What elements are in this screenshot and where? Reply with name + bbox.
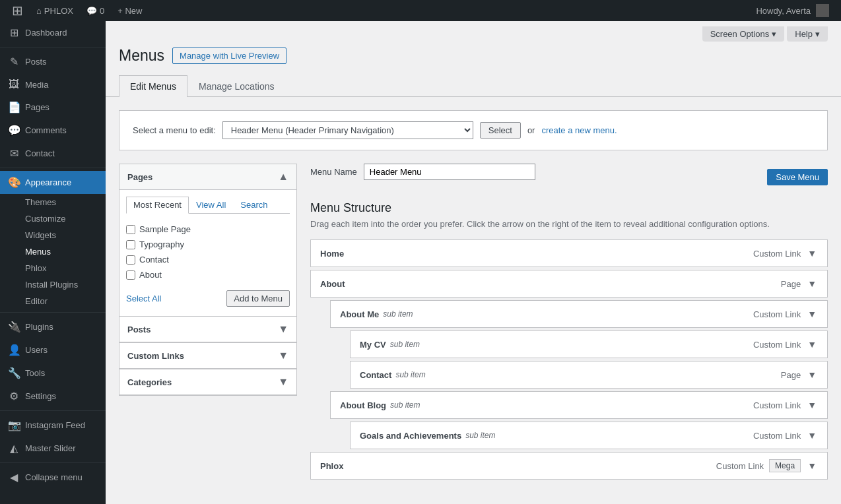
screen-meta-links: Screen Options ▾ Help ▾ xyxy=(106,21,841,42)
typography-checkbox[interactable] xyxy=(126,240,135,249)
save-menu-button[interactable]: Save Menu xyxy=(767,169,828,185)
menu-item-contact[interactable]: Contact sub item Page ▼ xyxy=(350,361,828,389)
sidebar-item-master-slider[interactable]: ◭ Master Slider xyxy=(0,437,106,460)
tab-view-all[interactable]: View All xyxy=(189,197,233,213)
wp-icon: ⊞ xyxy=(12,3,23,18)
pages-list: Sample Page Typography Contact xyxy=(126,219,290,285)
custom-links-chevron-icon: ▼ xyxy=(278,350,288,362)
custom-links-accordion-section: Custom Links ▼ xyxy=(119,343,296,369)
menu-item-about-me[interactable]: About Me sub item Custom Link ▼ xyxy=(330,300,828,328)
menu-name-row: Menu Name xyxy=(310,164,535,180)
admin-bar: ⊞ ⌂ PHLOX 💬 0 + New Howdy, Averta xyxy=(0,0,841,21)
sidebar-item-install-plugins[interactable]: Install Plugins xyxy=(0,276,106,293)
master-slider-icon: ◭ xyxy=(8,442,20,455)
sidebar-item-dashboard[interactable]: ⊞ Dashboard xyxy=(0,21,106,44)
adminbar-site-name[interactable]: ⌂ PHLOX xyxy=(30,0,80,21)
menu-instruction: Drag each item into the order you prefer… xyxy=(310,219,828,229)
about-blog-expand-btn[interactable]: ▼ xyxy=(806,398,818,412)
tools-icon: 🔧 xyxy=(8,367,20,379)
live-preview-button[interactable]: Manage with Live Preview xyxy=(172,47,286,64)
menu-select-dropdown[interactable]: Header Menu (Header Primary Navigation) xyxy=(222,121,473,139)
my-cv-expand-btn[interactable]: ▼ xyxy=(806,338,818,351)
sidebar-item-themes[interactable]: Themes xyxy=(0,194,106,210)
pages-accordion-section: Pages ▲ Most Recent View All Search xyxy=(119,164,296,317)
menu-structure-title: Menu Structure xyxy=(310,201,828,215)
page-title-area: Menus Manage with Live Preview xyxy=(106,42,841,75)
list-item: Contact xyxy=(126,252,290,267)
phlox-expand-btn[interactable]: ▼ xyxy=(806,459,818,472)
home-expand-btn[interactable]: ▼ xyxy=(806,247,818,260)
sidebar-item-settings[interactable]: ⚙ Settings xyxy=(0,385,106,408)
sidebar: ⊞ Dashboard ✎ Posts 🖼 Media 📄 Pages 💬 Co… xyxy=(0,21,106,504)
custom-links-accordion-header[interactable]: Custom Links ▼ xyxy=(119,343,296,369)
collapse-icon: ◀ xyxy=(8,471,20,484)
menu-name-input[interactable] xyxy=(364,164,535,180)
categories-accordion-header[interactable]: Categories ▼ xyxy=(119,369,296,395)
tab-edit-menus[interactable]: Edit Menus xyxy=(119,75,187,97)
sidebar-item-contact[interactable]: ✉ Contact xyxy=(0,142,106,165)
tab-manage-locations[interactable]: Manage Locations xyxy=(187,75,285,97)
sidebar-item-plugins[interactable]: 🔌 Plugins xyxy=(0,315,106,338)
pages-icon: 📄 xyxy=(8,101,20,113)
about-checkbox[interactable] xyxy=(126,270,135,280)
contact-icon: ✉ xyxy=(8,147,20,160)
tab-search[interactable]: Search xyxy=(233,197,275,213)
about-me-expand-btn[interactable]: ▼ xyxy=(806,307,818,321)
adminbar-wp-logo[interactable]: ⊞ xyxy=(5,0,30,21)
pages-accordion-content: Most Recent View All Search Sample Page xyxy=(119,190,296,317)
sidebar-item-media[interactable]: 🖼 Media xyxy=(0,73,106,96)
menu-item-about[interactable]: About Page ▼ xyxy=(310,270,828,298)
sidebar-item-appearance[interactable]: 🎨 Appearance xyxy=(0,171,106,194)
menu-item-phlox[interactable]: Phlox Custom Link Mega ▼ xyxy=(310,452,828,480)
sidebar-item-posts[interactable]: ✎ Posts xyxy=(0,50,106,73)
sample-page-checkbox[interactable] xyxy=(126,225,135,234)
add-to-menu-button[interactable]: Add to Menu xyxy=(226,290,290,307)
sidebar-collapse-menu[interactable]: ◀ Collapse menu xyxy=(0,466,106,489)
adminbar-howdy[interactable]: Howdy, Averta xyxy=(749,0,836,21)
categories-chevron-icon: ▼ xyxy=(278,376,288,388)
comments-icon: 💬 xyxy=(86,6,97,16)
accordion: Pages ▲ Most Recent View All Search xyxy=(119,164,297,396)
instagram-icon: 📷 xyxy=(8,419,20,431)
sidebar-item-pages[interactable]: 📄 Pages xyxy=(0,96,106,119)
site-home-icon: ⌂ xyxy=(36,6,42,16)
create-new-menu-link[interactable]: create a new menu. xyxy=(541,125,617,135)
posts-accordion-header[interactable]: Posts ▼ xyxy=(119,317,296,342)
menu-item-goals[interactable]: Goals and Achievements sub item Custom L… xyxy=(350,422,828,449)
sidebar-item-editor[interactable]: Editor xyxy=(0,293,106,309)
sidebar-item-phlox[interactable]: Phlox xyxy=(0,260,106,276)
posts-chevron-icon: ▼ xyxy=(278,323,288,335)
menu-item-my-cv[interactable]: My CV sub item Custom Link ▼ xyxy=(350,331,828,358)
about-expand-btn[interactable]: ▼ xyxy=(806,277,818,290)
list-item: About xyxy=(126,267,290,282)
select-menu-row: Select a menu to edit: Header Menu (Head… xyxy=(119,110,828,150)
menu-management: Pages ▲ Most Recent View All Search xyxy=(119,164,828,482)
sidebar-item-instagram[interactable]: 📷 Instagram Feed xyxy=(0,414,106,437)
avatar xyxy=(816,4,829,17)
pages-chevron-icon: ▲ xyxy=(278,171,288,183)
menu-item-home[interactable]: Home Custom Link ▼ xyxy=(310,239,828,267)
sidebar-item-widgets[interactable]: Widgets xyxy=(0,227,106,243)
goals-expand-btn[interactable]: ▼ xyxy=(806,429,818,442)
sidebar-item-customize[interactable]: Customize xyxy=(0,210,106,227)
help-chevron: ▾ xyxy=(815,29,820,39)
help-button[interactable]: Help ▾ xyxy=(787,26,828,42)
pages-accordion-header[interactable]: Pages ▲ xyxy=(119,164,296,190)
contact-checkbox[interactable] xyxy=(126,255,135,265)
select-menu-button[interactable]: Select xyxy=(480,122,521,139)
tab-most-recent[interactable]: Most Recent xyxy=(126,197,189,214)
menu-item-about-blog[interactable]: About Blog sub item Custom Link ▼ xyxy=(330,391,828,419)
pages-tabs: Most Recent View All Search xyxy=(126,197,290,214)
screen-options-button[interactable]: Screen Options ▾ xyxy=(702,26,785,42)
plugins-icon: 🔌 xyxy=(8,321,20,333)
sidebar-item-comments[interactable]: 💬 Comments xyxy=(0,119,106,142)
sidebar-item-tools[interactable]: 🔧 Tools xyxy=(0,362,106,385)
sidebar-item-menus[interactable]: Menus xyxy=(0,243,106,260)
adminbar-new[interactable]: + New xyxy=(111,0,149,21)
select-all-link[interactable]: Select All xyxy=(126,294,161,303)
adminbar-comments[interactable]: 💬 0 xyxy=(80,0,111,21)
dashboard-icon: ⊞ xyxy=(8,26,20,39)
sidebar-item-users[interactable]: 👤 Users xyxy=(0,338,106,362)
contact-expand-btn[interactable]: ▼ xyxy=(806,368,818,381)
posts-icon: ✎ xyxy=(8,55,20,68)
